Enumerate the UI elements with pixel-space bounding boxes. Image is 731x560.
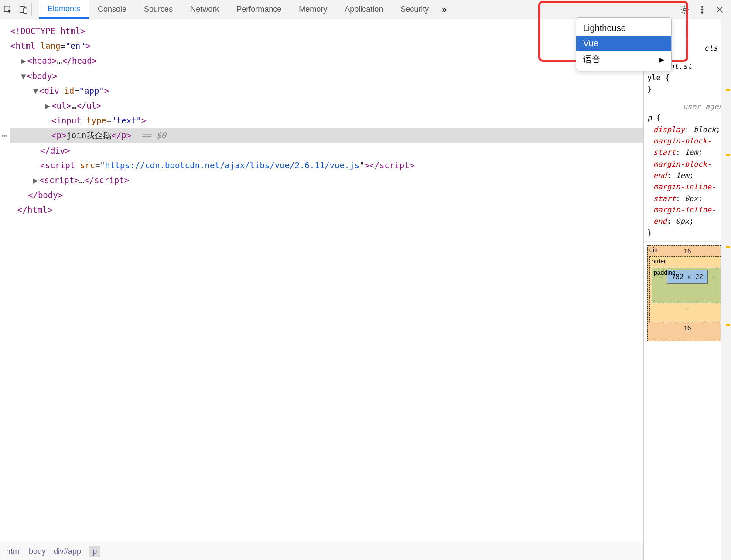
gear-icon (680, 5, 690, 14)
tab-performance[interactable]: Performance (228, 0, 290, 19)
tab-memory[interactable]: Memory (290, 0, 336, 19)
dropdown-item-lighthouse[interactable]: Lighthouse (576, 20, 671, 36)
dom-script-inline[interactable]: ▶<script>…</script> (10, 173, 643, 188)
collapse-icon[interactable]: ▼ (33, 83, 39, 98)
dom-p-selected[interactable]: <p>join我企鹅</p> == $0 (10, 128, 643, 143)
tab-security[interactable]: Security (392, 0, 437, 19)
dropdown-item-vue[interactable]: Vue (576, 36, 671, 51)
dom-html-close[interactable]: </html> (10, 202, 643, 217)
separator (675, 3, 675, 16)
expand-icon[interactable]: ▶ (33, 173, 39, 188)
scrollbar-mark (726, 246, 730, 248)
ua-stylesheet-label: user agen… (647, 101, 728, 112)
kebab-icon (697, 5, 707, 14)
kebab-menu-button[interactable] (694, 0, 710, 19)
svg-point-3 (683, 8, 686, 11)
submenu-icon: ▶ (659, 56, 664, 63)
close-devtools-button[interactable] (712, 0, 728, 19)
dom-body-open[interactable]: ▼<body> (10, 68, 643, 83)
cls-toggle[interactable]: cls (704, 44, 717, 55)
breadcrumb-html[interactable]: html (6, 547, 21, 556)
dom-input[interactable]: <input type="text"> (10, 113, 643, 128)
inspect-icon (3, 5, 13, 14)
more-tabs-button[interactable]: » (437, 4, 451, 14)
close-icon (715, 5, 724, 14)
dom-doctype[interactable]: <!DOCTYPE html> (10, 24, 643, 38)
dom-div-close[interactable]: </div> (10, 143, 643, 158)
dom-head[interactable]: ▶<head>…</head> (10, 53, 643, 68)
user-agent-rule[interactable]: user agen… p { display: block; margin-bl… (644, 98, 731, 242)
box-model-margin[interactable]: gin 16 order - padding - 782 × 22 - - - (647, 245, 728, 341)
svg-point-6 (701, 11, 703, 13)
tab-sources[interactable]: Sources (135, 0, 181, 19)
panel-tabs: Elements Console Sources Network Perform… (39, 0, 437, 19)
box-model-padding[interactable]: padding - 782 × 22 - - (652, 268, 723, 303)
main-area: <!DOCTYPE html> <html lang="en"> ▶<head>… (0, 19, 731, 560)
svg-point-4 (701, 6, 703, 7)
expand-icon[interactable]: ▶ (21, 53, 27, 68)
breadcrumb-p[interactable]: p (89, 546, 100, 557)
device-toggle-button[interactable] (16, 0, 31, 19)
expand-icon[interactable]: ▶ (45, 98, 51, 113)
scrollbar-mark (726, 89, 730, 91)
tab-network[interactable]: Network (181, 0, 228, 19)
more-tabs-dropdown: Lighthouse Vue 语音▶ (576, 17, 672, 71)
dom-body-close[interactable]: </body> (10, 188, 643, 202)
dropdown-item-speech[interactable]: 语音▶ (576, 51, 671, 68)
tab-application[interactable]: Application (336, 0, 392, 19)
svg-point-5 (701, 9, 703, 10)
svg-rect-2 (24, 8, 27, 13)
device-icon (19, 5, 28, 14)
dom-script-cdn[interactable]: <script src="https://cdn.bootcdn.net/aja… (10, 158, 643, 173)
collapse-icon[interactable]: ▼ (21, 68, 27, 83)
elements-panel: <!DOCTYPE html> <html lang="en"> ▶<head>… (0, 19, 644, 560)
box-model[interactable]: gin 16 order - padding - 782 × 22 - - - (644, 242, 731, 345)
devtools-toolbar: Elements Console Sources Network Perform… (0, 0, 731, 19)
tab-elements[interactable]: Elements (39, 0, 89, 19)
breadcrumb-div[interactable]: div#app (54, 547, 81, 556)
dom-div-open[interactable]: ▼<div id="app"> (10, 83, 643, 98)
dom-ul[interactable]: ▶<ul>…</ul> (10, 98, 643, 113)
separator (31, 3, 32, 16)
breadcrumb-body[interactable]: body (29, 547, 46, 556)
scrollbar-mark (726, 324, 730, 326)
dom-tree[interactable]: <!DOCTYPE html> <html lang="en"> ▶<head>… (0, 19, 643, 543)
tab-console[interactable]: Console (89, 0, 135, 19)
scrollbar[interactable] (721, 19, 731, 560)
settings-button[interactable] (677, 0, 693, 19)
dom-html-open[interactable]: <html lang="en"> (10, 38, 643, 53)
breadcrumb: html body div#app p (0, 543, 643, 560)
inspect-element-button[interactable] (0, 0, 16, 19)
box-model-border[interactable]: order - padding - 782 × 22 - - - (649, 256, 725, 322)
toolbar-right (675, 0, 731, 19)
styles-panel: » cls + element.st yle { } user agen… p … (644, 19, 731, 560)
scrollbar-mark (726, 154, 730, 156)
